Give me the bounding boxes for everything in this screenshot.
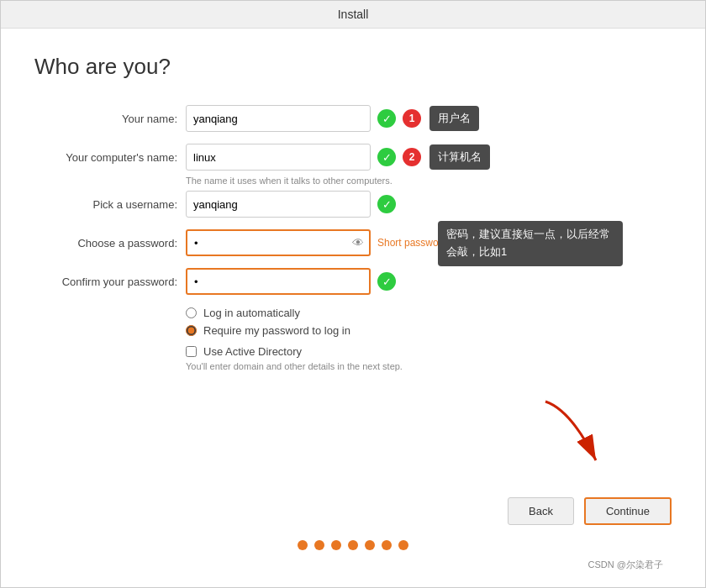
tooltip-2: 计算机名: [429, 144, 490, 170]
dot-3: [331, 540, 341, 550]
password-input-wrapper: 👁: [186, 229, 371, 256]
window-title: Install: [338, 8, 369, 21]
bottom-bar: Back Continue CSDN @尔染君子: [1, 485, 705, 587]
arrow-annotation: [520, 393, 621, 480]
dot-1: [298, 540, 308, 550]
username-row: Pick a username: ✓: [34, 191, 672, 218]
radio-group: Log in automatically Require my password…: [186, 307, 672, 337]
username-input-wrapper: [186, 191, 371, 218]
confirm-password-input[interactable]: [186, 268, 371, 295]
dot-7: [398, 540, 408, 550]
active-directory-hint: You'll enter domain and other details in…: [186, 361, 672, 371]
require-password-radio[interactable]: [186, 325, 197, 336]
title-bar: Install: [1, 1, 705, 29]
radio-auto-login-row: Log in automatically: [186, 307, 672, 319]
button-row: Back Continue: [34, 497, 672, 525]
your-name-input-wrapper: [186, 105, 371, 132]
your-name-input[interactable]: [186, 105, 371, 132]
continue-button[interactable]: Continue: [584, 497, 672, 525]
computer-name-check-icon: ✓: [377, 148, 396, 166]
computer-name-input-wrapper: [186, 144, 371, 171]
computer-name-label: Your computer's name:: [34, 151, 186, 164]
dot-6: [382, 540, 392, 550]
username-input[interactable]: [186, 191, 371, 218]
your-name-label: Your name:: [34, 113, 186, 125]
tooltip-1: 用户名: [429, 106, 479, 131]
confirm-password-row: Confirm your password: ✓: [34, 268, 672, 295]
dot-2: [314, 540, 324, 550]
your-name-row: Your name: ✓ 1 用户名: [34, 105, 672, 132]
tooltip-3: 密码，建议直接短一点，以后经常会敲，比如1: [438, 221, 623, 266]
dot-4: [348, 540, 358, 550]
computer-name-hint: The name it uses when it talks to other …: [186, 176, 672, 186]
page-title: Who are you?: [34, 54, 672, 80]
auto-login-radio[interactable]: [186, 307, 197, 318]
radio-require-password-row: Require my password to log in: [186, 324, 672, 337]
active-directory-row: Use Active Directory: [186, 345, 672, 358]
active-directory-checkbox[interactable]: [186, 346, 197, 357]
main-content: Who are you? Your name: ✓ 1 用户名 Your com…: [1, 29, 705, 485]
dot-5: [365, 540, 375, 550]
confirm-password-input-wrapper: [186, 268, 371, 295]
back-button[interactable]: Back: [508, 497, 574, 525]
computer-name-input[interactable]: [186, 144, 371, 171]
password-input[interactable]: [186, 229, 371, 256]
install-window: Install Who are you? Your name: ✓ 1 用户名 …: [0, 0, 706, 588]
short-password-label: Short password: [377, 237, 447, 249]
computer-name-row: Your computer's name: ✓ 2 计算机名: [34, 144, 672, 171]
password-label: Choose a password:: [34, 237, 186, 249]
badge-2: 2: [403, 148, 421, 166]
eye-icon[interactable]: 👁: [352, 236, 364, 249]
confirm-password-check-icon: ✓: [377, 272, 396, 291]
password-row: Choose a password: 👁 Short password 3 密码…: [34, 229, 672, 256]
username-check-icon: ✓: [377, 195, 396, 213]
badge-1: 1: [403, 109, 421, 128]
require-password-label: Require my password to log in: [203, 324, 350, 337]
watermark: CSDN @尔染君子: [34, 559, 672, 575]
form-section: Your name: ✓ 1 用户名 Your computer's name:…: [34, 105, 672, 371]
progress-dots: [298, 540, 408, 550]
auto-login-label: Log in automatically: [203, 307, 300, 319]
your-name-check-icon: ✓: [377, 109, 396, 128]
confirm-password-label: Confirm your password:: [34, 276, 186, 288]
active-directory-label: Use Active Directory: [203, 345, 302, 358]
username-label: Pick a username:: [34, 198, 186, 211]
